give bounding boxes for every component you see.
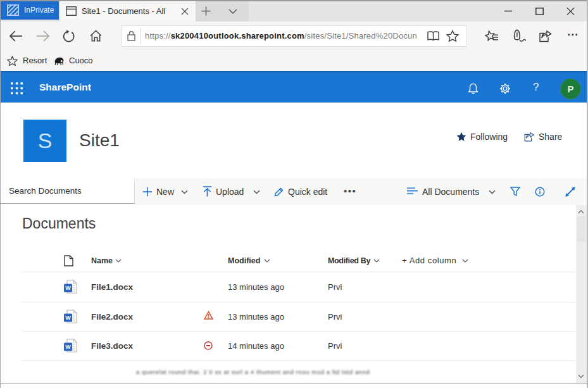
svg-text:W: W [65,344,71,350]
svg-text:W: W [65,315,71,321]
svg-text:W: W [65,285,71,291]
